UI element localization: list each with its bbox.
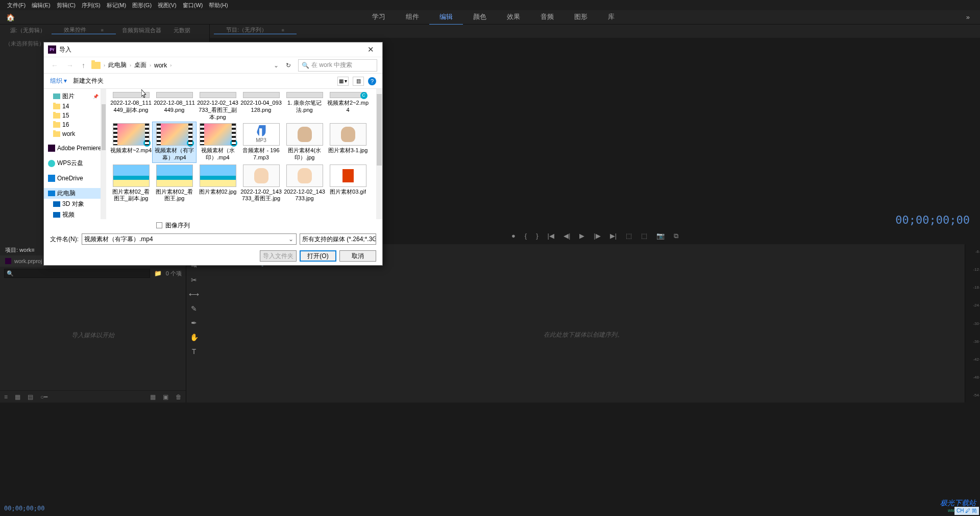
tree-scrollbar[interactable] — [101, 89, 106, 219]
file-item[interactable]: C视频素材~2.mp4 — [109, 122, 153, 162]
lift-icon[interactable]: ⬚ — [626, 232, 632, 240]
pen-icon[interactable]: ✒ — [191, 319, 197, 327]
search-input[interactable]: 🔍 在 work 中搜索 — [298, 59, 377, 72]
project-search-input[interactable]: 🔍 — [4, 269, 150, 278]
list-view-icon[interactable]: ≡ — [4, 393, 8, 401]
view-mode-button[interactable]: ▦ ▾ — [337, 77, 349, 86]
new-item-icon[interactable]: ▣ — [163, 393, 168, 401]
new-folder-button[interactable]: 新建文件夹 — [73, 77, 104, 85]
file-item[interactable]: 2022-12-02_143733.jpg — [283, 163, 326, 204]
ripple-icon[interactable]: ✂ — [191, 276, 197, 284]
tree-work[interactable]: work — [44, 129, 101, 138]
mark-icon[interactable]: } — [536, 232, 538, 240]
step-back-icon[interactable]: ◀| — [564, 232, 570, 240]
tree-3d[interactable]: 3D 对象 — [44, 199, 101, 209]
file-item[interactable]: 2022-10-04_093128.png — [239, 91, 283, 121]
file-item[interactable]: C视频素材（水印）.mp4 — [196, 122, 239, 162]
razor-icon[interactable]: ⟷ — [189, 290, 199, 298]
ws-learn[interactable]: 学习 — [362, 10, 396, 25]
preview-pane-button[interactable]: ▥ — [353, 77, 364, 86]
close-icon[interactable]: ✕ — [363, 45, 378, 54]
tree-video[interactable]: 视频 — [44, 209, 101, 219]
timeline-drop-hint[interactable]: 在此处放下媒体以创建序列。 — [202, 267, 965, 403]
nav-fwd-icon[interactable]: → — [64, 61, 76, 69]
mark-out-icon[interactable]: { — [525, 232, 527, 240]
bin-icon[interactable]: 📁 — [154, 270, 162, 277]
tree-wps[interactable]: WPS云盘 — [44, 158, 101, 169]
menu-edit[interactable]: 编辑(E) — [29, 2, 54, 9]
file-item[interactable]: C视频素材（有字幕）.mp4 — [153, 122, 196, 162]
icon-view-icon[interactable]: ▦ — [15, 393, 20, 401]
project-drop-hint[interactable]: 导入媒体以开始 — [0, 280, 186, 390]
file-item[interactable]: 1. 康奈尔笔记法.png — [283, 91, 326, 121]
type-icon[interactable]: T — [192, 347, 197, 356]
file-item[interactable]: 图片素材02.jpg — [196, 163, 239, 204]
menu-mark[interactable]: 标记(M) — [104, 2, 130, 9]
ws-library[interactable]: 库 — [598, 10, 625, 25]
file-item[interactable]: 2022-12-08_111449.png — [153, 91, 196, 121]
image-sequence-checkbox[interactable] — [156, 222, 162, 228]
ws-color[interactable]: 颜色 — [463, 10, 497, 25]
menu-file[interactable]: 文件(F) — [4, 2, 29, 9]
bc-dropdown-icon[interactable]: ⌄ — [274, 62, 279, 69]
home-icon[interactable]: 🏠 — [0, 13, 20, 21]
file-item[interactable]: MP3音频素材 - 1967.mp3 — [239, 122, 283, 162]
filename-input[interactable]: 视频素材（有字幕）.mp4⌄ — [82, 233, 297, 245]
menu-window[interactable]: 窗口(W) — [180, 2, 206, 9]
compare-icon[interactable]: ⧉ — [674, 232, 678, 240]
ws-graphics[interactable]: 图形 — [564, 10, 598, 25]
bc-pc[interactable]: 此电脑 — [108, 61, 127, 69]
file-item[interactable]: 图片素材03.gif — [326, 163, 370, 204]
import-folder-button[interactable]: 导入文件夹 — [260, 250, 297, 262]
files-scrollbar[interactable] — [376, 89, 382, 219]
hand-icon[interactable]: ✋ — [190, 333, 199, 341]
cancel-button[interactable]: 取消 — [339, 250, 376, 262]
tab-metadata[interactable]: 元数据 — [167, 27, 197, 34]
freeform-icon[interactable]: ▤ — [28, 393, 33, 401]
file-item[interactable]: 2022-12-02_143733_看图王_副本.png — [196, 91, 239, 121]
open-button[interactable]: 打开(O) — [300, 250, 336, 262]
help-icon[interactable]: ? — [368, 77, 376, 85]
file-item[interactable]: 2022-12-08_111449_副本.png — [109, 91, 153, 121]
menu-sequence[interactable]: 序列(S) — [79, 2, 104, 9]
tree-onedrive[interactable]: OneDrive — [44, 174, 101, 183]
ws-assembly[interactable]: 组件 — [396, 10, 429, 25]
file-item[interactable]: 图片素材02_看图王_副本.jpg — [109, 163, 153, 204]
file-item[interactable]: 图片素材02_看图王.jpg — [153, 163, 196, 204]
menu-view[interactable]: 视图(V) — [155, 2, 180, 9]
export-frame-icon[interactable]: 📷 — [656, 232, 665, 240]
file-item[interactable]: 2022-12-02_143733_看图王.jpg — [239, 163, 283, 204]
tree-15[interactable]: 15 — [44, 111, 101, 120]
menu-clip[interactable]: 剪辑(C) — [54, 2, 79, 9]
tab-effect-controls[interactable]: 效果控件 ≡ — [52, 26, 116, 34]
ws-effects[interactable]: 效果 — [497, 10, 530, 25]
file-item[interactable]: 图片素材3-1.jpg — [326, 122, 370, 162]
new-bin-icon[interactable]: ▦ — [150, 393, 156, 401]
mark-in-icon[interactable]: ● — [511, 232, 516, 240]
clear-icon[interactable]: 🗑 — [176, 393, 182, 401]
bc-desktop[interactable]: 桌面 — [134, 61, 146, 69]
nav-up-icon[interactable]: ↑ — [80, 61, 87, 69]
tree-pictures[interactable]: 图片📌 — [44, 91, 101, 102]
tab-audio-mixer[interactable]: 音频剪辑混合器 — [116, 27, 167, 34]
file-item[interactable]: 图片素材4(水印）.jpg — [283, 122, 326, 162]
nav-back-icon[interactable]: ← — [49, 61, 60, 69]
bc-work[interactable]: work — [154, 62, 167, 69]
goto-in-icon[interactable]: |◀ — [547, 232, 554, 240]
ws-overflow-icon[interactable]: » — [966, 13, 970, 21]
play-icon[interactable]: ▶ — [579, 232, 584, 240]
ws-edit[interactable]: 编辑 — [429, 10, 463, 25]
extract-icon[interactable]: ⬚ — [641, 232, 647, 240]
tree-premiere[interactable]: Adobe Premiere — [44, 144, 101, 153]
organize-button[interactable]: 组织 ▾ — [50, 77, 67, 85]
tab-program[interactable]: 节目:（无序列） ≡ — [214, 26, 297, 34]
ws-audio[interactable]: 音频 — [530, 10, 564, 25]
filter-dropdown[interactable]: 所有支持的媒体 (*.264;*.3G2;*⌄ — [300, 233, 376, 245]
tree-14[interactable]: 14 — [44, 102, 101, 111]
slip-icon[interactable]: ✎ — [191, 304, 197, 313]
tree-16[interactable]: 16 — [44, 120, 101, 129]
goto-out-icon[interactable]: ▶| — [610, 232, 617, 240]
sizer-icon[interactable]: ○━ — [40, 393, 47, 401]
tree-thispc[interactable]: 此电脑 — [44, 188, 101, 199]
step-fwd-icon[interactable]: |▶ — [594, 232, 600, 240]
